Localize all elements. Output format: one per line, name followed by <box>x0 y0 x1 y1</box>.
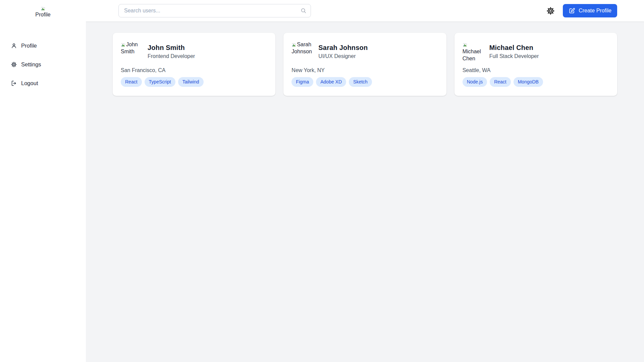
broken-image-icon <box>121 42 125 47</box>
user-title: UI/UX Designer <box>318 53 368 59</box>
edit-icon <box>569 7 575 14</box>
gear-icon <box>11 61 17 68</box>
broken-image-icon <box>463 42 467 47</box>
gear-icon <box>546 6 555 15</box>
search-input[interactable] <box>118 4 311 17</box>
skill-tags: React TypeScript Tailwind <box>121 77 267 87</box>
skill-tag: React <box>490 77 511 87</box>
user-name: John Smith <box>148 44 195 52</box>
sidebar-item-label: Logout <box>21 80 38 86</box>
skill-tag: Node.js <box>463 77 487 87</box>
skill-tags: Node.js React MongoDB <box>463 77 609 87</box>
sidebar-item-logout[interactable]: Logout <box>0 76 86 90</box>
user-title: Full Stack Developer <box>489 53 539 59</box>
content: John Smith John Smith Frontend Developer… <box>86 21 644 362</box>
broken-image-icon <box>41 6 45 11</box>
skill-tags: Figma Adobe XD Sketch <box>291 77 438 87</box>
skill-tag: TypeScript <box>145 77 175 87</box>
user-name: Sarah Johnson <box>318 44 368 52</box>
settings-gear-button[interactable] <box>546 6 555 15</box>
header-actions: Create Profile <box>546 4 617 17</box>
logo-broken-image: Profile <box>30 6 56 18</box>
skill-tag: Sketch <box>349 77 372 87</box>
sidebar-item-label: Profile <box>21 43 37 49</box>
header: Create Profile <box>86 0 644 21</box>
user-title: Frontend Developer <box>148 53 195 59</box>
user-name: Michael Chen <box>489 44 539 52</box>
avatar-alt-text: Michael Chen <box>463 49 481 61</box>
user-cards-grid: John Smith John Smith Frontend Developer… <box>113 33 617 96</box>
sidebar: Profile Profile Settings <box>0 0 86 362</box>
user-identity: Sarah Johnson UI/UX Designer <box>318 44 368 59</box>
card-header: Sarah Johnson Sarah Johnson UI/UX Design… <box>291 41 438 62</box>
skill-tag: Figma <box>291 77 313 87</box>
logout-icon <box>11 80 17 86</box>
card-header: Michael Chen Michael Chen Full Stack Dev… <box>463 41 609 62</box>
user-card: Michael Chen Michael Chen Full Stack Dev… <box>454 33 617 96</box>
sidebar-item-settings[interactable]: Settings <box>0 58 86 71</box>
search-box <box>118 4 311 17</box>
create-profile-label: Create Profile <box>579 8 611 14</box>
avatar-broken-image: John Smith <box>121 41 142 62</box>
app-root: Profile Profile Settings <box>0 0 644 362</box>
user-location: San Francisco, CA <box>121 67 267 73</box>
sidebar-item-label: Settings <box>21 61 41 68</box>
user-location: Seattle, WA <box>463 67 609 73</box>
user-location: New York, NY <box>291 67 438 73</box>
broken-image-icon <box>291 42 296 47</box>
user-card: Sarah Johnson Sarah Johnson UI/UX Design… <box>283 33 446 96</box>
user-identity: John Smith Frontend Developer <box>148 44 195 59</box>
main-column: Create Profile John Smith John Smith Fro… <box>86 0 644 362</box>
user-card: John Smith John Smith Frontend Developer… <box>113 33 275 96</box>
skill-tag: Adobe XD <box>316 77 346 87</box>
search-icon <box>300 7 307 14</box>
card-header: John Smith John Smith Frontend Developer <box>121 41 267 62</box>
logo-alt-text: Profile <box>35 11 50 18</box>
skill-tag: Tailwind <box>178 77 204 87</box>
skill-tag: MongoDB <box>514 77 543 87</box>
user-identity: Michael Chen Full Stack Developer <box>489 44 539 59</box>
sidebar-item-profile[interactable]: Profile <box>0 39 86 52</box>
user-icon <box>11 43 17 49</box>
skill-tag: React <box>121 77 142 87</box>
avatar-broken-image: Michael Chen <box>463 41 484 62</box>
avatar-broken-image: Sarah Johnson <box>291 41 313 62</box>
sidebar-nav: Profile Settings Logout <box>0 39 86 90</box>
create-profile-button[interactable]: Create Profile <box>563 4 617 17</box>
